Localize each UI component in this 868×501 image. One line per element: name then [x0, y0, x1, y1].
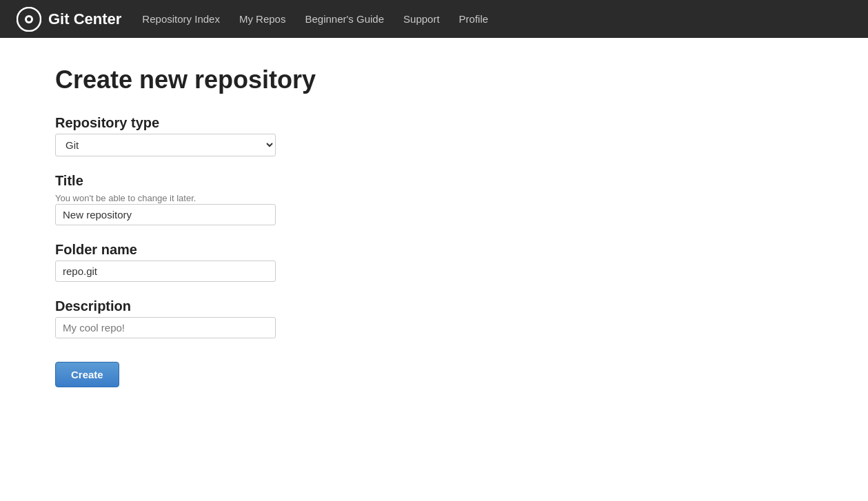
page-title: Create new repository	[55, 65, 565, 94]
title-input[interactable]	[55, 204, 276, 225]
repo-type-select[interactable]: Git SVN Mercurial	[55, 134, 276, 156]
description-group: Description	[55, 298, 565, 338]
folder-name-input[interactable]	[55, 260, 276, 282]
repo-type-label: Repository type	[55, 115, 565, 131]
nav-link-beginners-guide[interactable]: Beginner's Guide	[305, 13, 384, 25]
title-label: Title	[55, 173, 565, 189]
nav-link-repo-index[interactable]: Repository Index	[142, 13, 220, 25]
nav-link-my-repos[interactable]: My Repos	[239, 13, 286, 25]
nav-link-profile[interactable]: Profile	[459, 13, 489, 25]
git-center-logo-icon	[17, 7, 41, 32]
description-input[interactable]	[55, 317, 276, 338]
folder-name-group: Folder name	[55, 242, 565, 282]
nav-links: Repository Index My Repos Beginner's Gui…	[142, 13, 488, 25]
nav-link-support[interactable]: Support	[403, 13, 440, 25]
folder-name-label: Folder name	[55, 242, 565, 258]
title-group: Title You won't be able to change it lat…	[55, 173, 565, 225]
top-nav: Git Center Repository Index My Repos Beg…	[0, 0, 868, 38]
description-label: Description	[55, 298, 565, 314]
create-button[interactable]: Create	[55, 362, 119, 387]
title-hint: You won't be able to change it later.	[55, 193, 196, 203]
svg-point-2	[27, 17, 31, 21]
repo-type-group: Repository type Git SVN Mercurial	[55, 115, 565, 156]
nav-brand: Git Center	[17, 7, 121, 32]
app-title: Git Center	[48, 10, 121, 28]
main-content: Create new repository Repository type Gi…	[0, 38, 620, 415]
